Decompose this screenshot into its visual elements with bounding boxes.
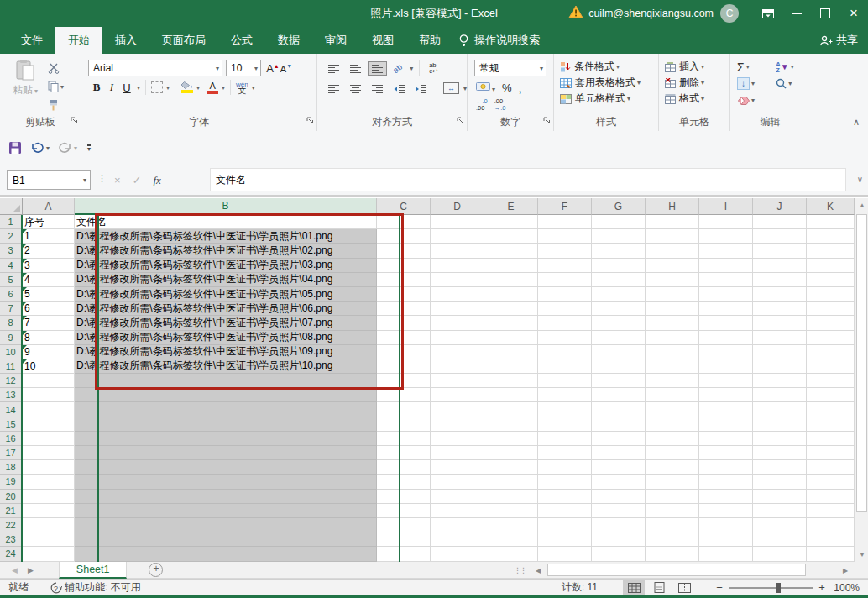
cell-E11[interactable] — [484, 359, 538, 374]
cell-J24[interactable] — [753, 547, 807, 561]
cell-B17[interactable] — [75, 446, 377, 460]
cell-H18[interactable] — [646, 460, 699, 475]
cell-F16[interactable] — [538, 432, 592, 446]
cell-D24[interactable] — [431, 547, 484, 561]
cell-I12[interactable] — [699, 374, 753, 388]
cell-B13[interactable] — [75, 388, 377, 402]
cell-K2[interactable] — [807, 229, 855, 244]
decrease-indent-button[interactable] — [390, 81, 409, 96]
cell-G14[interactable] — [592, 402, 646, 417]
cell-E8[interactable] — [484, 316, 538, 330]
cell-A19[interactable] — [23, 475, 75, 489]
cell-F3[interactable] — [538, 244, 592, 258]
cell-H10[interactable] — [646, 345, 699, 359]
cell-E2[interactable] — [484, 229, 538, 244]
align-center-button[interactable] — [346, 81, 365, 96]
orientation-dropdown[interactable]: ▾ — [410, 65, 413, 72]
scroll-up-button[interactable]: ▲ — [855, 198, 868, 212]
cell-H1[interactable] — [646, 215, 699, 229]
cell-F24[interactable] — [538, 547, 592, 561]
column-header-H[interactable]: H — [646, 198, 699, 215]
cell-F11[interactable] — [538, 359, 592, 374]
cell-C24[interactable] — [377, 547, 431, 561]
tab-file[interactable]: 文件 — [8, 27, 55, 54]
account-avatar[interactable]: C — [720, 4, 739, 23]
cell-E15[interactable] — [484, 417, 538, 432]
cell-F17[interactable] — [538, 446, 592, 460]
cell-A23[interactable] — [23, 532, 75, 547]
font-name-combo[interactable]: Arial▾ — [88, 60, 222, 76]
phonetic-guide-button[interactable]: wén 文 — [236, 81, 248, 93]
cell-K9[interactable] — [807, 331, 855, 345]
cell-A13[interactable] — [23, 388, 75, 402]
italic-button[interactable]: I — [105, 81, 118, 94]
cell-G22[interactable] — [592, 518, 646, 532]
tab-view[interactable]: 视图 — [359, 27, 406, 54]
delete-cells-button[interactable]: 删除▾ — [659, 75, 729, 91]
cell-D1[interactable] — [431, 215, 484, 229]
align-left-button[interactable] — [324, 81, 343, 96]
cell-K15[interactable] — [807, 417, 855, 432]
cell-I20[interactable] — [699, 490, 753, 504]
cell-D3[interactable] — [431, 244, 484, 258]
find-select-button[interactable]: ▾ — [776, 76, 810, 92]
cell-H23[interactable] — [646, 532, 699, 547]
cell-A16[interactable] — [23, 432, 75, 446]
cell-C2[interactable] — [377, 229, 431, 244]
cell-C23[interactable] — [377, 532, 431, 547]
cell-D19[interactable] — [431, 475, 484, 489]
increase-font-size-button[interactable]: A▲ — [266, 62, 280, 75]
cell-E20[interactable] — [484, 490, 538, 504]
normal-view-button[interactable] — [623, 580, 645, 595]
cell-G8[interactable] — [592, 316, 646, 330]
align-bottom-button[interactable] — [368, 61, 387, 76]
underline-button[interactable]: U — [120, 81, 133, 94]
font-color-button[interactable]: A — [207, 81, 218, 94]
cell-F13[interactable] — [538, 388, 592, 402]
zoom-slider-thumb[interactable] — [776, 583, 781, 593]
column-header-D[interactable]: D — [431, 198, 484, 215]
confirm-entry-button[interactable]: ✓ — [133, 174, 142, 186]
font-color-dropdown[interactable]: ▾ — [222, 84, 225, 92]
cell-H2[interactable] — [646, 229, 699, 244]
cell-J7[interactable] — [753, 302, 807, 316]
cell-K22[interactable] — [807, 518, 855, 532]
cell-K16[interactable] — [807, 432, 855, 446]
insert-function-button[interactable]: fx — [154, 174, 161, 187]
cell-K19[interactable] — [807, 475, 855, 489]
cell-A6[interactable]: 5 — [23, 287, 75, 302]
cell-F19[interactable] — [538, 475, 592, 489]
clipboard-dialog-launcher[interactable] — [71, 113, 78, 128]
cell-D15[interactable] — [431, 417, 484, 432]
cell-G9[interactable] — [592, 331, 646, 345]
fill-color-button[interactable] — [180, 81, 193, 93]
column-header-F[interactable]: F — [538, 198, 592, 215]
cell-D11[interactable] — [431, 359, 484, 374]
cell-F21[interactable] — [538, 504, 592, 518]
cell-K17[interactable] — [807, 446, 855, 460]
cell-B1[interactable]: 文件名 — [75, 215, 377, 229]
decrease-font-size-button[interactable]: A▼ — [280, 63, 293, 74]
row-header-24[interactable]: 24 — [0, 547, 21, 561]
cell-J23[interactable] — [753, 532, 807, 547]
cell-B5[interactable]: D:\教程修改所需\条码标签软件\中医证书\学员照片\04.png — [75, 273, 377, 287]
cell-I18[interactable] — [699, 460, 753, 475]
autosum-button[interactable]: Σ▾ — [737, 59, 771, 75]
cell-H16[interactable] — [646, 432, 699, 446]
next-sheet-button[interactable]: ▶ — [28, 566, 34, 574]
cell-C8[interactable] — [377, 316, 431, 330]
formula-input[interactable]: 文件名 — [210, 168, 846, 191]
cell-F2[interactable] — [538, 229, 592, 244]
cell-B24[interactable] — [75, 547, 377, 561]
cell-K10[interactable] — [807, 345, 855, 359]
maximize-button[interactable] — [811, 0, 839, 27]
cell-C13[interactable] — [377, 388, 431, 402]
cell-D13[interactable] — [431, 388, 484, 402]
cell-F1[interactable] — [538, 215, 592, 229]
page-layout-view-button[interactable] — [648, 580, 670, 595]
row-header-9[interactable]: 9 — [0, 331, 21, 345]
cell-I7[interactable] — [699, 302, 753, 316]
cell-E6[interactable] — [484, 287, 538, 302]
cell-H3[interactable] — [646, 244, 699, 258]
cell-C19[interactable] — [377, 475, 431, 489]
